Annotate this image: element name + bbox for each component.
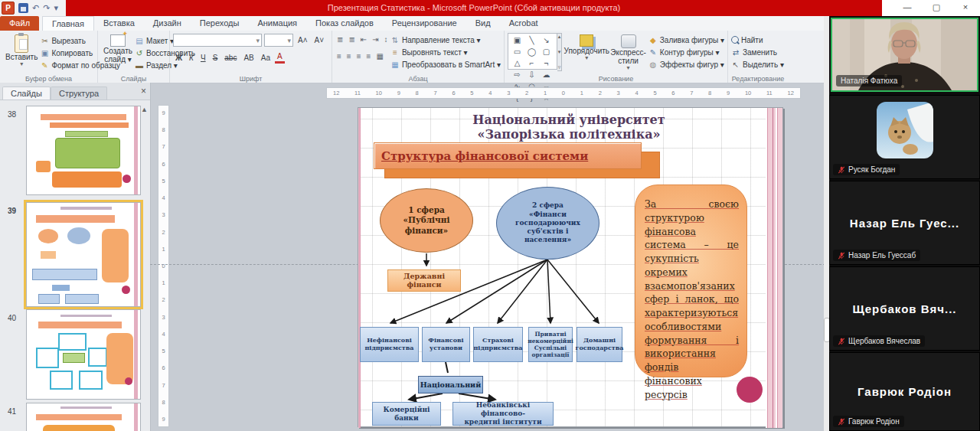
participant-tile[interactable]: Щербаков Вяч... Щербаков Вячеслав (829, 266, 980, 351)
shrink-font-button[interactable]: А˅ (312, 34, 327, 46)
qat-customize-icon[interactable]: ▾ (54, 2, 58, 14)
slide-thumbnail-39[interactable] (26, 202, 141, 307)
ribbon-tab[interactable]: Вид (466, 16, 500, 31)
participant-name-label: Русяк Богдан (833, 164, 900, 175)
branch-box[interactable]: Приватні некомерційні Суспільні організа… (528, 327, 573, 362)
commercial-banks-box[interactable]: Комерційні банки (372, 402, 441, 426)
paragraph-list-icon[interactable]: ⇤ (359, 35, 368, 44)
ribbon-tab[interactable]: Рецензирование (383, 16, 466, 31)
align-text-button[interactable]: ≡Выровнять текст ▾ (390, 46, 501, 58)
font-style-button[interactable]: К (187, 52, 196, 64)
shape-icon[interactable]: ▭ (510, 46, 524, 57)
font-style-button[interactable]: АВ (241, 52, 256, 64)
branch-box[interactable]: Нефінансові підприємства (360, 327, 419, 362)
smartart-button[interactable]: ▦Преобразовать в SmartArt ▾ (390, 58, 501, 70)
pane-close-icon[interactable]: × (141, 86, 146, 96)
nonbank-institutions-box[interactable]: Небанківські фінансово- кредитні інститу… (452, 402, 554, 426)
shape-fill-button[interactable]: ◆Заливка фигуры ▾ (648, 34, 724, 46)
national-bank-box[interactable]: Національний (418, 376, 483, 393)
pane-scroll-up-icon[interactable]: ▲ (141, 106, 148, 113)
ribbon-tab[interactable]: Вставка (94, 16, 144, 31)
tab-outline[interactable]: Структура (51, 87, 107, 100)
shape-icon[interactable]: ╲ (524, 34, 539, 46)
shape-icon[interactable]: ↘ (539, 34, 554, 46)
save-icon[interactable] (18, 3, 28, 13)
active-speaker-tile[interactable]: Наталія Фатюха (831, 18, 978, 92)
ribbon-tab[interactable]: Главная (42, 16, 94, 31)
paragraph-list-icon[interactable]: ↕ (383, 35, 390, 44)
close-icon[interactable]: × (951, 0, 980, 16)
shape-icon[interactable]: ◯ (524, 46, 539, 57)
minimize-icon[interactable]: — (893, 0, 922, 16)
vertical-ruler[interactable]: 9876543210123456789 (158, 105, 169, 427)
font-style-button[interactable]: А (275, 52, 285, 64)
paste-button[interactable]: Вставить ▾ (3, 33, 40, 71)
shapes-gallery-more-icon[interactable]: ▿ (558, 64, 561, 70)
ribbon-tab[interactable]: Переходы (191, 16, 249, 31)
participant-tile[interactable]: Гаврюк Родіон Гаврюк Родіон (829, 352, 980, 431)
participant-tile[interactable]: Русяк Богдан (829, 95, 980, 179)
shape-icon[interactable]: ▣ (510, 34, 524, 46)
participant-name: Назар Ель Гуессаб (848, 251, 916, 260)
shapes-scroll-down-icon[interactable]: ▾ (558, 49, 561, 55)
branch-box[interactable]: Страхові підприємства (473, 327, 523, 362)
paragraph-align-icon[interactable]: ▦ (374, 52, 384, 60)
paragraph-align-icon[interactable]: ≡ (335, 52, 343, 60)
shapes-gallery[interactable]: ▣╲↘▭◯▢△⌐¬⇨⇩☁∿◠⌣{}☆ (508, 33, 557, 70)
restore-icon[interactable]: ▢ (922, 0, 951, 16)
paragraph-list-icon[interactable]: ≣ (347, 35, 356, 44)
slide-thumbnail-38[interactable] (26, 106, 141, 195)
paragraph-list-icon[interactable]: ⇥ (371, 35, 380, 44)
undo-icon[interactable]: ↶ (32, 2, 39, 14)
new-slide-button[interactable]: Создать слайд ▾ (101, 33, 135, 71)
font-style-button[interactable]: S (211, 52, 220, 64)
font-style-button[interactable]: Ж (173, 52, 185, 64)
shapes-scroll-up-icon[interactable]: ▴ (558, 34, 561, 40)
text-direction-button[interactable]: ⇅Направление текста ▾ (390, 34, 501, 46)
horizontal-ruler[interactable]: 1211109876543210123456789101112 (326, 87, 801, 99)
shape-icon[interactable]: ▢ (539, 46, 554, 57)
slide-thumbnail-41[interactable] (26, 403, 141, 431)
ribbon-tab[interactable]: Дизайн (144, 16, 191, 31)
ribbon-tab[interactable]: Acrobat (500, 16, 547, 31)
tab-slides[interactable]: Слайды (2, 87, 51, 100)
arrange-button[interactable]: Упорядочить ▾ (565, 33, 608, 64)
quick-styles-button[interactable]: Экспресс-стили ▾ (608, 33, 648, 73)
ruler-tick: 6 (671, 90, 675, 96)
grow-font-button[interactable]: А˄ (296, 34, 310, 46)
slide-canvas[interactable]: Національний університет «Запорізька пол… (358, 107, 783, 427)
slide-thumbnail-40[interactable] (26, 309, 141, 400)
paragraph-align-icon[interactable]: ≡ (365, 52, 373, 60)
ruler-tick: 11 (354, 90, 361, 96)
select-button[interactable]: ↖Выделить ▾ (731, 58, 785, 70)
shape-icon[interactable]: ¬ (539, 57, 554, 69)
branch-box[interactable]: Фінансові установи (422, 327, 470, 362)
shape-outline-button[interactable]: ✎Контур фигуры ▾ (648, 46, 724, 58)
participant-avatar (877, 102, 933, 158)
font-name-combobox[interactable]: ▾ (173, 34, 262, 47)
replace-button[interactable]: ⇄Заменить (731, 46, 785, 58)
definition-note-box[interactable]: За своєю структурою фінансова система – … (635, 184, 747, 377)
font-style-button[interactable]: abc (222, 52, 239, 64)
branch-box[interactable]: Домашні господарства (577, 327, 622, 362)
ribbon-tab[interactable]: Файл (0, 16, 39, 31)
font-size-combobox[interactable]: ▾ (264, 34, 293, 47)
find-button[interactable]: Найти (731, 34, 785, 46)
font-style-button[interactable]: Ч (198, 52, 208, 64)
paragraph-align-icon[interactable]: ≡ (355, 52, 363, 60)
font-style-button[interactable]: Аа (259, 52, 273, 64)
paragraph-list-icon[interactable]: ≣ (335, 35, 345, 44)
participant-name: Гаврюк Родіон (848, 417, 900, 426)
powerpoint-app-icon[interactable]: P (2, 2, 15, 15)
paragraph-align-icon[interactable]: ≡ (345, 52, 353, 60)
shape-icon[interactable]: ⌐ (524, 57, 539, 69)
thumb-art (125, 377, 132, 385)
shape-effects-button[interactable]: ◍Эффекты фигур ▾ (648, 58, 724, 70)
shapes-gallery-scrollbar[interactable]: ▴ ▾ ▿ (557, 33, 562, 71)
ribbon-tab[interactable]: Анимация (248, 16, 306, 31)
ribbon-tab[interactable]: Показ слайдов (306, 16, 383, 31)
participant-tile[interactable]: Назар Ель Гуес... Назар Ель Гуессаб (829, 181, 980, 265)
ruler-tick: 2 (162, 296, 165, 303)
shape-icon[interactable]: △ (510, 57, 524, 69)
redo-icon[interactable]: ↷ (43, 2, 50, 14)
